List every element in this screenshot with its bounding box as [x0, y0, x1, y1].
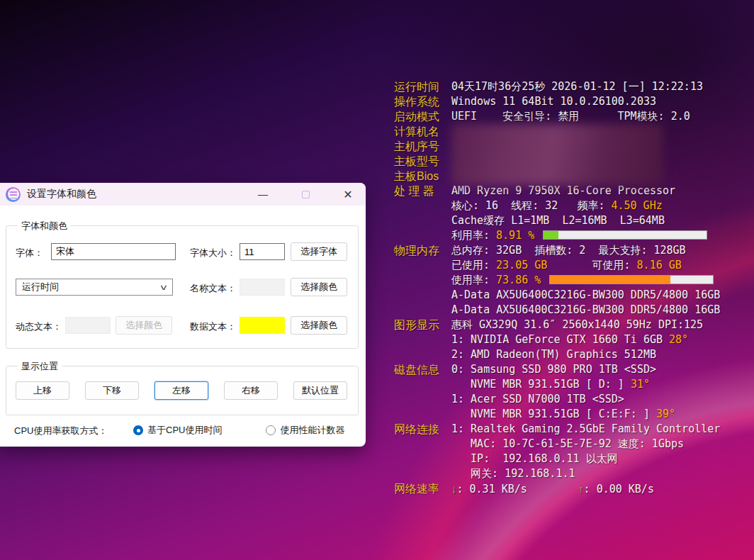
- radio-perf-counter-icon[interactable]: [266, 425, 276, 435]
- radio-option-perf-counter[interactable]: 使用性能计数器: [266, 424, 344, 437]
- overlay-line: 1: NVIDIA GeForce GTX 1660 Ti 6GB 28°: [394, 332, 748, 347]
- overlay-line-content: 0: Samsung SSD 980 PRO 1TB <SSD>: [451, 362, 656, 377]
- overlay-text-segment: 4.50 GHz: [611, 199, 662, 212]
- overlay-text-segment: 惠科 GX329Q 31.6″ 2560x1440 59Hz DPI:125: [451, 318, 703, 331]
- overlay-line: 物理内存总内存: 32GB 插槽数: 2 最大支持: 128GB: [394, 243, 748, 258]
- overlay-line-content: MAC: 10-7C-61-5E-7E-92 速度: 1Gbps: [451, 437, 684, 452]
- overlay-text-segment: 1: NVIDIA GeForce GTX 1660 Ti 6GB: [451, 333, 669, 346]
- overlay-text-segment: IP: 192.168.0.11 以太网: [451, 452, 618, 465]
- overlay-section-label: 处 理 器: [394, 184, 451, 198]
- overlay-line-content: 使用率: 73.86 %: [451, 273, 714, 288]
- minimize-button[interactable]: —: [255, 186, 271, 202]
- overlay-line: 网关: 192.168.1.1: [394, 466, 748, 481]
- overlay-line-content: Windows 11 64Bit 10.0.26100.2033: [451, 94, 656, 109]
- overlay-text-segment: UEFI 安全引导: 禁用 TPM模块: 2.0: [451, 110, 690, 123]
- radio-cpu-time-icon[interactable]: [133, 425, 143, 435]
- overlay-line-content: 1: Realtek Gaming 2.5GbE Family Controll…: [451, 422, 720, 437]
- overlay-line: 处 理 器AMD Ryzen 9 7950X 16-Core Processor: [394, 184, 748, 198]
- overlay-line-content: 1: NVIDIA GeForce GTX 1660 Ti 6GB 28°: [451, 332, 688, 347]
- cpu-method-options: 基于CPU使用时间使用性能计数器: [133, 424, 353, 437]
- overlay-line: NVME MBR 931.51GB [ C:E:F: ] 39°: [394, 407, 748, 422]
- overlay-line: 2: AMD Radeon(TM) Graphics 512MB: [394, 347, 748, 362]
- overlay-section-label: [394, 377, 451, 392]
- overlay-text-segment: 23.05 GB: [496, 259, 547, 271]
- default-position-button[interactable]: 默认位置: [293, 381, 347, 400]
- overlay-section-label: [394, 407, 451, 422]
- overlay-text-segment: 使用率:: [451, 274, 496, 286]
- move-left-button[interactable]: 左移: [154, 381, 208, 400]
- select-color-name-button[interactable]: 选择颜色: [291, 278, 347, 296]
- overlay-line-content: 利用率: 8.91 %: [451, 228, 707, 243]
- overlay-text-segment: Cache缓存 L1=1MB L2=16MB L3=64MB: [451, 214, 665, 227]
- usage-bar: [543, 230, 707, 240]
- maximize-button[interactable]: [298, 186, 313, 202]
- radio-option-cpu-time[interactable]: 基于CPU使用时间: [133, 424, 222, 437]
- select-color-dynamic-button: 选择颜色: [116, 316, 172, 335]
- chevron-down-icon: ∨: [159, 283, 169, 292]
- overlay-text-segment: : 0.00 KB/s: [584, 483, 654, 495]
- font-color-group-legend: 字体和颜色: [18, 220, 71, 233]
- overlay-line: 磁盘信息0: Samsung SSD 980 PRO 1TB <SSD>: [394, 362, 748, 377]
- overlay-section-label: 操作系统: [394, 94, 451, 109]
- cpu-method-label: CPU使用率获取方式：: [14, 422, 107, 439]
- overlay-text-segment: A-Data AX5U6400C3216G-BW300 DDR5/4800 16…: [451, 303, 720, 316]
- font-name-input[interactable]: [51, 243, 176, 260]
- overlay-text-segment: NVME MBR 931.51GB [ D: ]: [451, 378, 631, 391]
- overlay-line-content: IP: 192.168.0.11 以太网: [451, 452, 618, 466]
- name-text-label: 名称文本：: [190, 280, 236, 297]
- overlay-line: 操作系统Windows 11 64Bit 10.0.26100.2033: [394, 94, 748, 109]
- overlay-text-segment: AMD Ryzen 9 7950X 16-Core Processor: [451, 184, 675, 197]
- overlay-text-segment: : 0.31 KB/s: [457, 483, 527, 495]
- move-down-button[interactable]: 下移: [85, 381, 139, 400]
- overlay-line-content: 04天17时36分25秒 2026-01-12 [一] 12:22:13: [451, 79, 703, 94]
- overlay-text-segment: 可使用:: [547, 259, 636, 271]
- overlay-section-label: [394, 437, 451, 452]
- hardware-monitor-overlay: 运行时间04天17时36分25秒 2026-01-12 [一] 12:22:13…: [394, 79, 748, 496]
- overlay-line-content: UEFI 安全引导: 禁用 TPM模块: 2.0: [451, 109, 690, 124]
- close-button[interactable]: ✕: [340, 186, 356, 202]
- overlay-line-content: AMD Ryzen 9 7950X 16-Core Processor: [451, 184, 675, 198]
- overlay-text-segment: 总内存: 32GB 插槽数: 2 最大支持: 128GB: [451, 244, 686, 257]
- radio-label-perf-counter: 使用性能计数器: [280, 424, 344, 437]
- overlay-section-label: 主板型号: [394, 154, 451, 169]
- app-menu-icon: [6, 187, 21, 202]
- overlay-section-label: 主机序号: [394, 139, 451, 154]
- overlay-text-segment: 31°: [631, 378, 650, 391]
- overlay-text-segment: MAC: 10-7C-61-5E-7E-92 速度: 1Gbps: [451, 437, 684, 450]
- select-color-data-button[interactable]: 选择颜色: [291, 316, 347, 335]
- overlay-line-content: Cache缓存 L1=1MB L2=16MB L3=64MB: [451, 213, 665, 228]
- dynamic-text-label: 动态文本：: [16, 318, 62, 335]
- overlay-section-label: [394, 466, 451, 481]
- move-right-button[interactable]: 右移: [224, 381, 278, 400]
- overlay-line-content: NVME MBR 931.51GB [ D: ] 31°: [451, 377, 650, 392]
- overlay-section-label: [394, 392, 451, 407]
- overlay-section-label: [394, 452, 451, 466]
- item-selector-value: 运行时间: [22, 281, 59, 293]
- select-font-button[interactable]: 选择字体: [291, 242, 347, 261]
- font-size-label: 字体大小：: [190, 245, 236, 262]
- overlay-text-segment: 已使用:: [451, 259, 496, 271]
- move-up-button[interactable]: 上移: [16, 381, 69, 400]
- overlay-section-label: [394, 332, 451, 347]
- overlay-line: 图形显示惠科 GX329Q 31.6″ 2560x1440 59Hz DPI:1…: [394, 318, 748, 332]
- overlay-text-segment: ↑: [578, 483, 584, 495]
- overlay-text-segment: A-Data AX5U6400C3216G-BW300 DDR5/4800 16…: [451, 289, 720, 301]
- item-selector-combobox[interactable]: 运行时间 ∨: [16, 279, 173, 296]
- overlay-line-content: 惠科 GX329Q 31.6″ 2560x1440 59Hz DPI:125: [451, 318, 703, 332]
- overlay-text-segment: 8.91 %: [496, 229, 534, 242]
- overlay-text-segment: 利用率:: [451, 229, 496, 242]
- overlay-section-label: 网络连接: [394, 422, 451, 437]
- overlay-section-label: [394, 347, 451, 362]
- overlay-line: 利用率: 8.91 %: [394, 228, 748, 243]
- overlay-section-label: [394, 198, 451, 213]
- overlay-text-segment: 73.86 %: [496, 274, 541, 286]
- overlay-line-content: A-Data AX5U6400C3216G-BW300 DDR5/4800 16…: [451, 303, 720, 318]
- overlay-text-segment: ↓: [451, 483, 457, 495]
- overlay-line: 网络速率↓: 0.31 KB/s ↑: 0.00 KB/s: [394, 481, 748, 496]
- overlay-text-segment: Windows 11 64Bit 10.0.26100.2033: [451, 95, 656, 108]
- font-size-input[interactable]: [240, 243, 285, 260]
- overlay-text-segment: NVME MBR 931.51GB [ C:E:F: ]: [451, 408, 656, 420]
- overlay-line: A-Data AX5U6400C3216G-BW300 DDR5/4800 16…: [394, 288, 748, 303]
- overlay-text-segment: 8.16 GB: [637, 259, 682, 271]
- overlay-line-content: 已使用: 23.05 GB 可使用: 8.16 GB: [451, 258, 682, 273]
